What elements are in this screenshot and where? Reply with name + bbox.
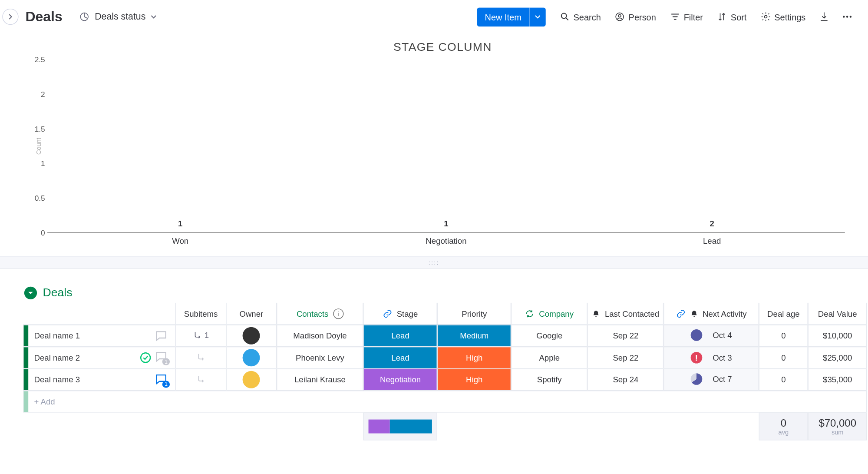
deal-age-cell[interactable]: 0 [759, 347, 808, 369]
search-label: Search [574, 12, 601, 22]
deal-value-cell[interactable]: $10,000 [808, 325, 867, 347]
chevron-down-icon [27, 289, 34, 296]
view-selector[interactable]: Deals status [73, 9, 163, 25]
deal-name-cell[interactable]: Deal name 1 [23, 325, 175, 347]
col-priority[interactable]: Priority [438, 303, 511, 324]
col-stage[interactable]: Stage [364, 303, 437, 324]
sort-label: Sort [731, 12, 747, 22]
stage-cell[interactable]: Lead [363, 347, 437, 369]
row-activity-icons[interactable]: 1 [154, 372, 168, 388]
more-icon [842, 11, 853, 23]
panel-resize-handle[interactable]: :::: [0, 256, 868, 268]
conversation-icon[interactable] [154, 329, 168, 343]
next-activity-cell[interactable]: Oct 7 [664, 369, 759, 391]
row-activity-icons[interactable] [154, 329, 168, 343]
deal-value-cell[interactable]: $35,000 [808, 369, 867, 391]
col-company[interactable]: Company [512, 303, 587, 324]
table-row[interactable]: Deal name 1 1 Madison DoyleLeadMediumGoo… [23, 325, 867, 347]
table-header-row: Subitems Owner Contactsi Stage Priority … [23, 303, 867, 325]
col-last-contacted[interactable]: Last Contacted [588, 303, 663, 324]
col-deal-age[interactable]: Deal age [759, 303, 808, 324]
deal-age-summary: 0avg [759, 413, 808, 441]
deal-name-cell[interactable]: Deal name 3 1 [23, 369, 175, 391]
col-deal-value[interactable]: Deal Value [809, 303, 866, 324]
deals-table: Subitems Owner Contactsi Stage Priority … [23, 303, 867, 441]
next-activity-cell[interactable]: Oct 4 [664, 325, 759, 347]
svg-point-7 [850, 16, 851, 17]
svg-point-5 [843, 16, 845, 17]
alert-icon: ! [691, 352, 703, 364]
stage-cell[interactable]: Lead [363, 325, 437, 347]
table-row[interactable]: Deal name 3 1 Leilani KrauseNegotiationH… [23, 369, 867, 391]
more-button[interactable] [836, 7, 859, 26]
subitems-cell[interactable] [176, 369, 226, 391]
bar-category-label: Negotiation [426, 233, 466, 245]
deal-name-cell[interactable]: Deal name 2 1 [23, 347, 175, 369]
new-item-button[interactable]: New Item [477, 7, 530, 27]
sort-action[interactable]: Sort [710, 8, 753, 26]
board-title: Deals [26, 9, 63, 25]
deal-age-cell[interactable]: 0 [759, 325, 808, 347]
gear-icon [760, 12, 771, 22]
bar-category-label: Lead [703, 233, 721, 245]
col-contacts[interactable]: Contactsi [277, 303, 363, 324]
col-owner[interactable]: Owner [227, 303, 276, 324]
y-tick: 1 [41, 159, 45, 168]
new-item-split-button: New Item [477, 7, 546, 27]
sort-icon [717, 12, 727, 22]
next-activity-cell[interactable]: !Oct 3 [664, 347, 759, 369]
priority-cell[interactable]: High [437, 347, 511, 369]
filter-action[interactable]: Filter [663, 8, 710, 26]
last-contacted-cell[interactable]: Sep 22 [587, 347, 664, 369]
deal-age-cell[interactable]: 0 [759, 369, 808, 391]
company-cell[interactable]: Spotify [511, 369, 587, 391]
group-collapse-toggle[interactable] [24, 286, 37, 299]
table-row[interactable]: Deal name 2 1 Phoenix LevyLeadHighAppleS… [23, 347, 867, 369]
contacts-cell[interactable]: Madison Doyle [277, 325, 363, 347]
person-action[interactable]: Person [608, 8, 663, 26]
row-color-stripe [24, 347, 29, 368]
col-subitems[interactable]: Subitems [176, 303, 226, 324]
deal-value-cell[interactable]: $25,000 [808, 347, 867, 369]
owner-avatar [243, 349, 260, 366]
stage-summary-cell [363, 413, 437, 441]
settings-action[interactable]: Settings [753, 8, 812, 26]
last-contacted-cell[interactable]: Sep 24 [587, 369, 664, 391]
search-action[interactable]: Search [553, 8, 608, 26]
priority-cell[interactable]: Medium [437, 325, 511, 347]
info-icon[interactable]: i [333, 308, 343, 319]
y-tick: 0 [41, 229, 45, 237]
company-cell[interactable]: Google [511, 325, 587, 347]
svg-point-8 [141, 353, 150, 362]
stage-distribution-bar[interactable] [369, 420, 432, 434]
table-footer-row: 0avg $70,000sum [23, 413, 867, 441]
filter-label: Filter [684, 12, 703, 22]
contacts-cell[interactable]: Phoenix Levy [277, 347, 363, 369]
subitems-icon: 1 [193, 330, 209, 339]
priority-cell[interactable]: High [437, 369, 511, 391]
new-item-dropdown[interactable] [529, 7, 545, 27]
subitems-cell[interactable] [176, 347, 226, 369]
company-cell[interactable]: Apple [511, 347, 587, 369]
top-toolbar: Deals Deals status New Item Search Perso… [0, 0, 868, 33]
owner-cell[interactable] [226, 369, 277, 391]
download-button[interactable] [812, 7, 835, 26]
stage-cell[interactable]: Negotiation [363, 369, 437, 391]
group-title[interactable]: Deals [43, 286, 72, 299]
contacts-cell[interactable]: Leilani Krause [277, 369, 363, 391]
add-row-label: + Add [34, 397, 55, 406]
add-row[interactable]: + Add [23, 391, 867, 413]
subitems-cell[interactable]: 1 [176, 325, 226, 347]
row-color-stripe [24, 325, 29, 346]
col-next-activity[interactable]: Next Activity [664, 303, 758, 324]
owner-cell[interactable] [226, 347, 277, 369]
owner-avatar [243, 371, 260, 388]
bar-category-label: Won [172, 233, 188, 245]
expand-sidebar-button[interactable] [2, 9, 18, 25]
search-icon [560, 12, 570, 22]
row-activity-icons[interactable]: 1 [139, 350, 168, 366]
chart-view-icon [79, 11, 90, 23]
last-contacted-cell[interactable]: Sep 22 [587, 325, 664, 347]
owner-cell[interactable] [226, 325, 277, 347]
y-tick: 2 [41, 90, 45, 99]
